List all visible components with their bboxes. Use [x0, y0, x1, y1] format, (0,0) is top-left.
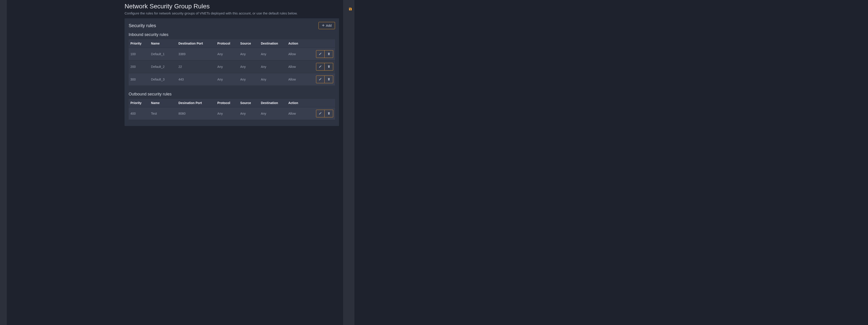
delete-button[interactable] — [324, 76, 333, 83]
cell-source: Any — [239, 73, 259, 86]
cell-source: Any — [239, 48, 259, 60]
pencil-icon — [319, 65, 322, 69]
security-rules-card: Security rules Add Inbound security rule… — [125, 18, 339, 126]
cell-name: Default_3 — [149, 73, 177, 86]
side-panel — [7, 0, 121, 325]
col-priority: Priority — [129, 39, 149, 48]
cell-protocol: Any — [216, 60, 239, 73]
cell-destination: Any — [259, 60, 286, 73]
cell-port: 22 — [177, 60, 216, 73]
cell-port: 8080 — [177, 107, 216, 120]
col-port: Desination Port — [177, 99, 216, 107]
cell-protocol: Any — [216, 107, 239, 120]
cell-name: Default_1 — [149, 48, 177, 60]
cell-action: Allow — [286, 48, 314, 60]
col-source: Source — [239, 39, 259, 48]
col-port: Destination Port — [177, 39, 216, 48]
cell-source: Any — [239, 107, 259, 120]
row-actions-cell — [314, 73, 335, 86]
cell-source: Any — [239, 60, 259, 73]
col-protocol: Protocol — [216, 99, 239, 107]
cell-destination: Any — [259, 107, 286, 120]
right-spacer — [343, 0, 346, 325]
trash-icon — [327, 78, 331, 82]
col-name: Name — [149, 39, 177, 48]
col-protocol: Protocol — [216, 39, 239, 48]
col-destination: Destination — [259, 99, 286, 107]
col-source: Source — [239, 99, 259, 107]
add-rule-label: Add — [326, 24, 332, 27]
table-row: 300Default_3443AnyAnyAnyAllow — [129, 73, 335, 86]
add-rule-button[interactable]: Add — [318, 22, 335, 29]
card-title: Security rules — [129, 23, 156, 28]
cell-name: Default_2 — [149, 60, 177, 73]
edit-button[interactable] — [316, 76, 324, 83]
cell-priority: 300 — [129, 73, 149, 86]
table-row: 100Default_13389AnyAnyAnyAllow — [129, 48, 335, 60]
trash-icon — [327, 52, 331, 56]
table-row: 400Test8080AnyAnyAnyAllow — [129, 107, 335, 120]
row-actions-cell — [314, 107, 335, 120]
col-destination: Destination — [259, 39, 286, 48]
cell-port: 3389 — [177, 48, 216, 60]
page-subtitle: Configure the rules for network security… — [121, 11, 343, 18]
cell-port: 443 — [177, 73, 216, 86]
outbound-table: Priority Name Desination Port Protocol S… — [129, 99, 335, 120]
cell-action: Allow — [286, 60, 314, 73]
edit-button[interactable] — [316, 110, 324, 117]
trash-icon — [327, 65, 331, 69]
cell-destination: Any — [259, 73, 286, 86]
inbound-table: Priority Name Destination Port Protocol … — [129, 39, 335, 86]
cell-protocol: Any — [216, 73, 239, 86]
edit-button[interactable] — [316, 63, 324, 70]
cell-protocol: Any — [216, 48, 239, 60]
cell-priority: 200 — [129, 60, 149, 73]
right-toolbar — [346, 0, 354, 325]
delete-button[interactable] — [324, 50, 333, 58]
delete-button[interactable] — [324, 63, 333, 70]
row-actions-cell — [314, 48, 335, 60]
edit-button[interactable] — [316, 50, 324, 58]
pencil-icon — [319, 78, 322, 82]
trash-icon — [327, 112, 331, 116]
outbound-title: Outbound security rules — [129, 92, 335, 96]
delete-button[interactable] — [324, 110, 333, 117]
col-priority: Priority — [129, 99, 149, 107]
main-content: Network Security Group Rules Configure t… — [121, 0, 343, 325]
col-action: Action — [286, 39, 314, 48]
inbound-title: Inbound security rules — [129, 32, 335, 37]
cell-action: Allow — [286, 107, 314, 120]
save-icon[interactable] — [348, 7, 352, 11]
pencil-icon — [319, 52, 322, 56]
col-action: Action — [286, 99, 314, 107]
col-name: Name — [149, 99, 177, 107]
page-title: Network Security Group Rules — [121, 0, 343, 11]
row-actions-cell — [314, 60, 335, 73]
cell-action: Allow — [286, 73, 314, 86]
cell-destination: Any — [259, 48, 286, 60]
cell-priority: 100 — [129, 48, 149, 60]
cell-name: Test — [149, 107, 177, 120]
plus-icon — [322, 24, 324, 27]
cell-priority: 400 — [129, 107, 149, 120]
left-gutter — [0, 0, 7, 325]
pencil-icon — [319, 112, 322, 116]
table-row: 200Default_222AnyAnyAnyAllow — [129, 60, 335, 73]
